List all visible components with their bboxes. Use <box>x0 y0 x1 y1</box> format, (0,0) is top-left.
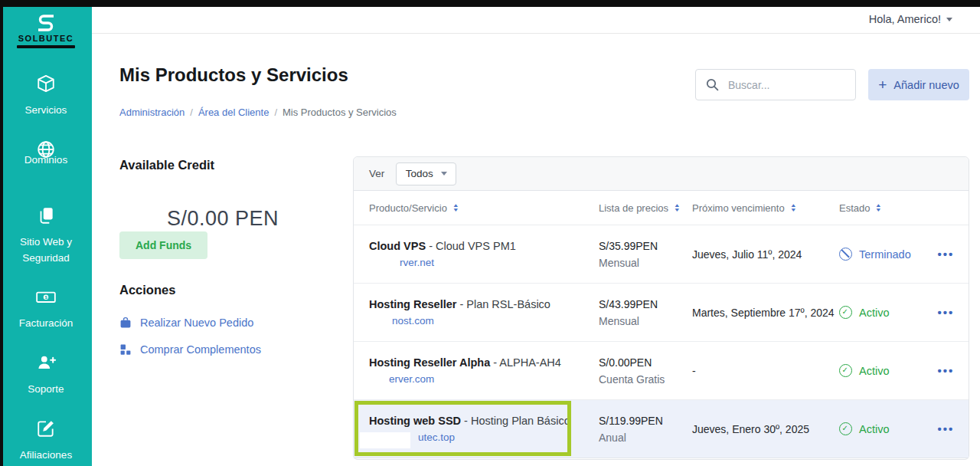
breadcrumb-administracion[interactable]: Administración <box>119 107 185 118</box>
check-circle-icon <box>839 364 852 377</box>
search-box[interactable] <box>695 69 856 100</box>
domain-link[interactable]: utec.top <box>418 432 455 443</box>
status-badge: Activo <box>839 306 923 319</box>
add-funds-button[interactable]: Add Funds <box>119 231 207 259</box>
check-circle-icon <box>839 306 852 319</box>
row-menu-icon[interactable]: ••• <box>923 248 969 261</box>
credit-amount: S/0.00 PEN <box>119 207 326 231</box>
breadcrumb-area-cliente[interactable]: Área del Cliente <box>198 107 270 118</box>
user-menu[interactable]: Hola, Americo! <box>869 13 952 25</box>
row-menu-icon[interactable]: ••• <box>923 364 969 377</box>
sidebar-item-sitio-web[interactable]: Sitio Web y Seguridad <box>0 205 92 266</box>
ban-icon <box>839 248 852 261</box>
plus-icon: + <box>878 77 887 92</box>
sort-icon: ▲▼ <box>675 203 679 212</box>
search-input[interactable] <box>728 79 843 91</box>
cube-icon <box>0 74 92 94</box>
page-title: Mis Productos y Servicios <box>119 64 348 86</box>
table-header-row: Producto/Servicio▲▼ Lista de precios▲▼ P… <box>354 191 969 225</box>
search-icon <box>706 78 719 91</box>
user-plus-icon <box>0 353 92 372</box>
buy-addons-link[interactable]: Comprar Complementos <box>119 343 261 356</box>
table-row[interactable]: Cloud VPS - Cloud VPS PM1 rver.net S/35.… <box>354 225 969 284</box>
sidebar-item-servicios[interactable]: Servicios <box>0 74 92 118</box>
logo-tagline-bar <box>17 45 75 48</box>
column-header-precios[interactable]: Lista de precios▲▼ <box>599 202 692 214</box>
edit-icon <box>0 418 92 438</box>
sidebar-item-afiliaciones[interactable]: Afiliaciones <box>0 418 92 463</box>
table-filter-bar: Ver Todos <box>354 157 969 191</box>
greeting-text: Hola, Americo! <box>869 13 941 25</box>
breadcrumb: Administración/Área del Cliente/Mis Prod… <box>119 107 397 118</box>
sidebar-item-dominios[interactable]: Dominios <box>0 139 92 168</box>
breadcrumb-current: Mis Productos y Servicios <box>283 107 397 118</box>
table-row[interactable]: Hosting Reseller Alpha - ALPHA-AH4 erver… <box>354 342 969 400</box>
filter-label: Ver <box>369 168 384 179</box>
table-row-highlighted[interactable]: Hosting web SSD - Hosting Plan Básico ut… <box>354 400 969 458</box>
blocks-icon <box>119 343 132 356</box>
redaction-box <box>360 432 410 448</box>
chevron-down-icon <box>946 18 952 21</box>
domain-link[interactable]: nost.com <box>392 315 434 327</box>
logo-s-icon <box>33 13 59 33</box>
services-table-card: Ver Todos Producto/Servicio▲▼ Lista de p… <box>353 156 969 460</box>
table-row[interactable]: Hosting Reseller - Plan RSL-Básico nost.… <box>354 284 969 342</box>
new-order-link[interactable]: Realizar Nuevo Pedido <box>119 317 253 329</box>
window-top-bar <box>0 0 980 7</box>
pages-icon <box>0 205 92 225</box>
domain-link[interactable]: erver.com <box>389 373 434 385</box>
domain-link[interactable]: rver.net <box>400 257 434 268</box>
actions-heading: Acciones <box>119 283 175 297</box>
available-credit-heading: Available Credit <box>119 158 214 172</box>
add-new-button[interactable]: + Añadir nuevo <box>868 69 969 100</box>
column-header-producto[interactable]: Producto/Servicio▲▼ <box>369 202 599 214</box>
row-menu-icon[interactable]: ••• <box>923 422 969 435</box>
banknote-icon: $ <box>0 287 92 307</box>
top-header: Hola, Americo! <box>92 7 980 34</box>
solbutec-logo[interactable]: SOLBUTEC <box>0 13 92 48</box>
sidebar-item-facturacion[interactable]: $ Facturación <box>0 287 92 331</box>
status-badge: Activo <box>839 364 923 377</box>
briefcase-icon <box>119 317 132 329</box>
logo-text: SOLBUTEC <box>0 34 92 43</box>
check-circle-icon <box>839 422 852 435</box>
sort-icon: ▲▼ <box>453 203 458 212</box>
status-badge: Activo <box>839 422 923 435</box>
column-header-vencimiento[interactable]: Próximo vencimiento▲▼ <box>692 202 839 214</box>
window-left-edge <box>0 0 3 466</box>
status-badge: Terminado <box>839 248 923 261</box>
sidebar: SOLBUTEC Servicios Dominios Sitio Web y … <box>0 0 92 466</box>
sidebar-item-soporte[interactable]: Soporte <box>0 353 92 397</box>
chevron-down-icon <box>441 172 447 176</box>
filter-dropdown[interactable]: Todos <box>396 162 456 185</box>
sort-icon: ▲▼ <box>791 203 795 212</box>
sort-icon: ▲▼ <box>876 203 880 212</box>
column-header-estado[interactable]: Estado▲▼ <box>839 202 923 214</box>
row-menu-icon[interactable]: ••• <box>923 306 969 319</box>
